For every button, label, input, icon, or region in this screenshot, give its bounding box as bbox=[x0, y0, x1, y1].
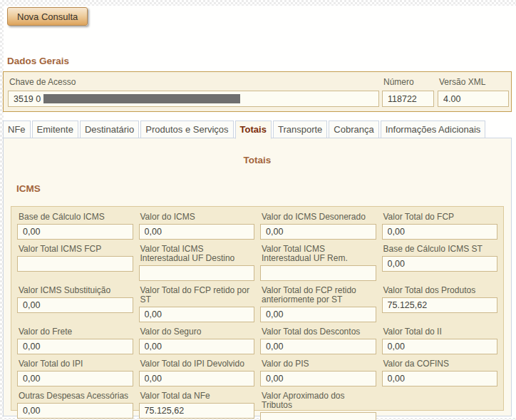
field-input[interactable] bbox=[17, 256, 133, 272]
field-input[interactable] bbox=[260, 307, 376, 322]
field-label: Valor do Seguro bbox=[139, 326, 255, 339]
field-valor-da-cofins: Valor da COFINS bbox=[382, 358, 498, 386]
versao-xml-label: Versão XML bbox=[439, 77, 485, 87]
field-input[interactable] bbox=[382, 371, 498, 386]
field-label: Valor do Frete bbox=[17, 326, 133, 339]
field-label: Valor Total do IPI Devolvido bbox=[139, 358, 255, 371]
field-input[interactable] bbox=[139, 224, 255, 240]
field-input[interactable] bbox=[17, 339, 133, 354]
field-input[interactable] bbox=[139, 265, 255, 281]
field-input[interactable] bbox=[17, 371, 133, 386]
field-input[interactable] bbox=[139, 307, 255, 322]
field-input[interactable] bbox=[382, 224, 498, 240]
dados-gerais-title: Dados Gerais bbox=[7, 56, 69, 66]
tab-label: Emitente bbox=[37, 124, 73, 135]
field-label: Valor Total ICMS Interestadual UF Rem. bbox=[260, 243, 376, 265]
field-base-de-calculo-icms-st: Base de Cálculo ICMS ST bbox=[382, 243, 498, 272]
tab-produtos-e-servicos[interactable]: Produtos e Serviços bbox=[140, 121, 233, 138]
field-valor-do-icms-desonerado: Valor do ICMS Desonerado bbox=[260, 211, 376, 240]
field-input[interactable] bbox=[139, 371, 255, 386]
tab-destinatario[interactable]: Destinatário bbox=[80, 121, 139, 138]
field-valor-total-icms-interestadual-uf-rem: Valor Total ICMS Interestadual UF Rem. bbox=[260, 243, 376, 281]
tab-transporte[interactable]: Transporte bbox=[273, 121, 327, 138]
field-label: Valor do ICMS bbox=[139, 211, 255, 224]
field-label: Base de Cálculo ICMS bbox=[17, 211, 133, 224]
field-input[interactable] bbox=[260, 412, 376, 420]
field-valor-total-do-ipi: Valor Total do IPI bbox=[17, 358, 133, 386]
field-label: Valor Total do IPI bbox=[17, 358, 133, 371]
field-valor-total-do-fcp-retido-por-st: Valor Total do FCP retido por ST bbox=[139, 285, 255, 322]
totais-tab-panel: Totais ICMS Base de Cálculo ICMS Valor d… bbox=[3, 138, 512, 416]
field-label: Valor Total ICMS Interestadual UF Destin… bbox=[139, 243, 255, 265]
field-valor-total-dos-descontos: Valor Total dos Descontos bbox=[260, 326, 376, 354]
tab-label: Informações Adicionais bbox=[386, 124, 481, 135]
field-label: Valor do PIS bbox=[260, 358, 376, 371]
versao-xml-input[interactable] bbox=[438, 91, 509, 107]
numero-label: Número bbox=[383, 77, 414, 87]
field-valor-total-do-fcp: Valor Total do FCP bbox=[382, 211, 498, 240]
field-input[interactable] bbox=[260, 224, 376, 240]
field-label: Base de Cálculo ICMS ST bbox=[382, 243, 498, 256]
field-input[interactable] bbox=[17, 297, 133, 313]
field-label: Valor Total dos Produtos bbox=[382, 285, 498, 297]
field-valor-aproximado-dos-tributos: Valor Aproximado dos Tributos bbox=[260, 390, 376, 420]
field-valor-do-icms: Valor do ICMS bbox=[139, 211, 255, 240]
field-input[interactable] bbox=[382, 339, 498, 354]
tab-totais[interactable]: Totais bbox=[235, 121, 272, 139]
icms-fields-grid: Base de Cálculo ICMS Valor do ICMS Valor… bbox=[17, 211, 497, 420]
field-outras-despesas-acessorias: Outras Despesas Acessórias bbox=[17, 390, 133, 419]
field-label: Valor Total do FCP retido por ST bbox=[139, 285, 255, 307]
tab-bar: NFeEmitenteDestinatárioProdutos e Serviç… bbox=[3, 121, 487, 138]
field-label: Valor ICMS Substituição bbox=[17, 285, 133, 297]
field-valor-total-icms-fcp: Valor Total ICMS FCP bbox=[17, 243, 133, 272]
field-input[interactable] bbox=[139, 339, 255, 354]
totais-heading: Totais bbox=[4, 155, 511, 165]
tab-label: Destinatário bbox=[85, 124, 134, 135]
field-label: Valor Total do FCP retido anteriormente … bbox=[260, 285, 376, 307]
tab-label: NFe bbox=[8, 124, 26, 135]
tab-emitente[interactable]: Emitente bbox=[32, 121, 78, 138]
field-valor-total-da-nfe: Valor Total da NFe bbox=[139, 390, 255, 419]
field-label: Valor da COFINS bbox=[382, 358, 498, 371]
field-label: Valor Total do II bbox=[382, 326, 498, 339]
field-valor-total-do-fcp-retido-anteriormente-por-st: Valor Total do FCP retido anteriormente … bbox=[260, 285, 376, 322]
redacted-value-bar bbox=[43, 94, 240, 103]
tab-label: Cobrança bbox=[334, 124, 373, 135]
field-input[interactable] bbox=[382, 256, 498, 272]
field-input[interactable] bbox=[260, 339, 376, 354]
dados-gerais-panel: Chave de Acesso 3519 0 Número Versão XML bbox=[3, 71, 512, 112]
field-valor-do-seguro: Valor do Seguro bbox=[139, 326, 255, 354]
numero-input[interactable] bbox=[382, 91, 434, 107]
icms-heading: ICMS bbox=[16, 183, 41, 194]
field-input[interactable] bbox=[382, 297, 498, 313]
field-valor-total-do-ii: Valor Total do II bbox=[382, 326, 498, 354]
chave-de-acesso-input[interactable]: 3519 0 bbox=[8, 91, 379, 107]
tab-informacoes-adicionais[interactable]: Informações Adicionais bbox=[381, 121, 486, 138]
field-input[interactable] bbox=[260, 265, 376, 281]
field-base-de-calculo-icms: Base de Cálculo ICMS bbox=[17, 211, 133, 240]
field-label: Outras Despesas Acessórias bbox=[17, 390, 133, 403]
field-label: Valor do ICMS Desonerado bbox=[260, 211, 376, 224]
field-label: Valor Total da NFe bbox=[139, 390, 255, 403]
chave-de-acesso-label: Chave de Acesso bbox=[9, 77, 76, 87]
field-input[interactable] bbox=[260, 371, 376, 386]
field-input[interactable] bbox=[139, 403, 255, 419]
tab-label: Transporte bbox=[278, 124, 322, 135]
field-input[interactable] bbox=[17, 403, 133, 419]
field-label: Valor Aproximado dos Tributos bbox=[260, 390, 376, 412]
field-valor-do-pis: Valor do PIS bbox=[260, 358, 376, 386]
nova-consulta-button[interactable]: Nova Consulta bbox=[7, 7, 88, 26]
field-valor-total-icms-interestadual-uf-destino: Valor Total ICMS Interestadual UF Destin… bbox=[139, 243, 255, 281]
field-input[interactable] bbox=[17, 224, 133, 240]
field-label: Valor Total ICMS FCP bbox=[17, 243, 133, 256]
tab-cobranca[interactable]: Cobrança bbox=[329, 121, 378, 138]
field-valor-total-dos-produtos: Valor Total dos Produtos bbox=[382, 285, 498, 313]
field-valor-do-frete: Valor do Frete bbox=[17, 326, 133, 354]
icms-fields-box: Base de Cálculo ICMS Valor do ICMS Valor… bbox=[11, 206, 504, 411]
tab-label: Produtos e Serviços bbox=[145, 124, 228, 135]
field-label: Valor Total do FCP bbox=[382, 211, 498, 224]
chave-visible-value: 3519 0 bbox=[14, 94, 41, 104]
tab-nfe[interactable]: NFe bbox=[3, 121, 31, 138]
nfe-consulta-page: Nova Consulta Dados Gerais Chave de Aces… bbox=[0, 0, 516, 420]
field-valor-icms-substituicao: Valor ICMS Substituição bbox=[17, 285, 133, 313]
